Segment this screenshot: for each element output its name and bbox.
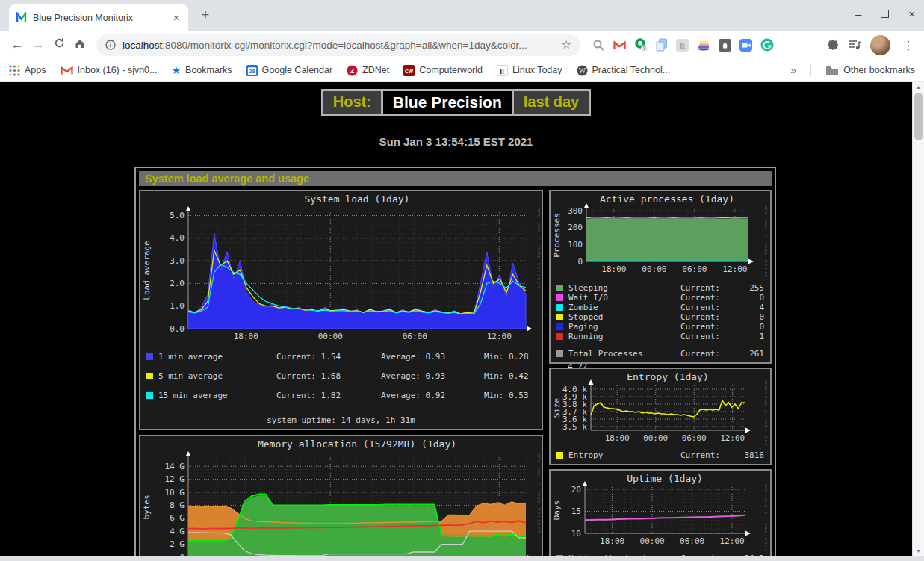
svg-text:W: W (578, 66, 586, 75)
svg-text:12:00: 12:00 (720, 536, 745, 546)
address-bar[interactable]: localhost:8080/monitorix-cgi/monitorix.c… (96, 34, 580, 56)
legend-swatch-icon (556, 555, 563, 556)
gmail-ext-icon[interactable] (613, 40, 626, 50)
zoom-ext-icon[interactable] (739, 39, 752, 52)
active-processes-legend: SleepingCurrent:255Wait I/OCurrent:0Zomb… (551, 282, 770, 359)
notes-ext-icon[interactable] (719, 39, 731, 52)
svg-text:06:00: 06:00 (682, 264, 707, 274)
scrollbar-thumb[interactable] (914, 93, 923, 140)
system_load-svg: 0.01.02.03.04.05.018:0000:0006:0012:00Sy… (142, 193, 540, 348)
svg-text:8 G: 8 G (170, 500, 185, 510)
bookmark-label: Bookmarks (185, 65, 232, 75)
linuxtoday-icon: lt (497, 65, 508, 76)
bookmark-computerworld[interactable]: CWComputerworld (403, 65, 483, 76)
svg-text:06:00: 06:00 (403, 332, 427, 341)
host-name-link[interactable]: Blue Precision (383, 91, 512, 114)
svg-text:18:00: 18:00 (601, 264, 626, 274)
svg-text:Processes: Processes (552, 213, 562, 258)
bookmark-label: Practical Technol... (592, 65, 671, 75)
forward-icon[interactable]: → (28, 37, 49, 52)
extensions-puzzle-icon[interactable] (827, 39, 839, 51)
svg-text:4 G: 4 G (170, 527, 185, 536)
bookmark-label: Inbox (16) - sjvn0... (78, 65, 158, 75)
close-button[interactable]: × (908, 7, 915, 20)
page-scrollbar[interactable]: ▲ ▼ (912, 82, 924, 556)
host-selector: Host: Blue Precision last day (321, 89, 591, 116)
legend-footer: system uptime: 14 days, 1h 31m (146, 415, 536, 425)
svg-text:Size: Size (552, 398, 562, 418)
svg-text:2 G: 2 G (170, 539, 185, 549)
legend-row: RunningCurrent:1 (556, 332, 764, 341)
legend-row: SleepingCurrent:255 (556, 283, 764, 293)
url-text[interactable]: localhost:8080/monitorix-cgi/monitorix.c… (123, 40, 555, 51)
bookmark-google-calendar[interactable]: 28Google Calendar (246, 65, 333, 76)
uptime-svg: 10152018:0000:0006:0012:00Uptime (1day)D… (552, 472, 767, 550)
gmail-icon (61, 66, 73, 75)
wordpress-icon: W (577, 65, 588, 76)
bookmark-apps[interactable]: Apps (9, 65, 46, 76)
copy-pages-ext-icon[interactable] (656, 38, 668, 52)
processes-svg: 010020030018:0000:0006:0012:00Active pro… (552, 193, 767, 279)
svg-text:RRDTOOL / TOBI OETIKER: RRDTOOL / TOBI OETIKER (763, 381, 767, 447)
bookmarks-overflow-chevron[interactable]: » (790, 64, 796, 76)
other-bookmarks-button[interactable]: Other bookmarks (825, 65, 915, 75)
bookmark-linux-today[interactable]: ltLinux Today (497, 65, 562, 76)
search-ext-icon[interactable] (592, 39, 605, 52)
profile-avatar[interactable] (870, 35, 890, 55)
uptime-graph[interactable]: 10152018:0000:0006:0012:00Uptime (1day)D… (552, 472, 769, 552)
svg-text:3.0: 3.0 (170, 256, 185, 266)
voice-ext-icon[interactable]: ? (634, 38, 648, 52)
entropy-graph[interactable]: 3.5 k3.6 k3.7 k3.8 k3.9 k4.0 k18:0000:00… (552, 371, 769, 449)
scroll-down-icon[interactable]: ▼ (913, 548, 924, 554)
svg-text:RRDTOOL / TOBI OETIKER: RRDTOOL / TOBI OETIKER (536, 208, 540, 288)
reload-icon[interactable] (49, 37, 69, 52)
svg-text:06:00: 06:00 (682, 433, 707, 443)
bookmark-bookmarks[interactable]: ★Bookmarks (172, 65, 232, 75)
menu-dots-icon[interactable]: ⋮ (899, 38, 917, 52)
bookmark-zdnet[interactable]: ZZDNet (347, 65, 389, 76)
monitorix-favicon-icon (16, 12, 27, 23)
apps-grid-icon (9, 65, 20, 76)
bookmark-label: Linux Today (512, 65, 562, 75)
system-load-panel: 0.01.02.03.04.05.018:0000:0006:0012:00Sy… (139, 190, 543, 430)
books-ext-icon[interactable] (697, 39, 710, 51)
bookmark-star-icon[interactable]: ☆ (562, 38, 571, 52)
media-queue-icon[interactable] (848, 39, 861, 51)
svg-text:RRDTOOL / TOBI OETIKER: RRDTOOL / TOBI OETIKER (763, 205, 767, 279)
browser-toolbar: ← → localhost:8080/monitorix-cgi/monitor… (0, 31, 924, 59)
svg-text:0.0: 0.0 (170, 324, 185, 334)
active-processes-graph[interactable]: 010020030018:0000:0006:0012:00Active pro… (552, 193, 769, 282)
system-load-graph[interactable]: 0.01.02.03.04.05.018:0000:0006:0012:00Sy… (142, 193, 540, 350)
svg-text:20: 20 (571, 485, 581, 495)
report-datetime: Sun Jan 3 13:54:15 EST 2021 (0, 135, 912, 148)
back-icon[interactable]: ← (7, 37, 28, 52)
url-host: localhost (123, 40, 162, 51)
memory-allocation-graph[interactable]: 02 G4 G6 G8 G10 G12 G14 G18:0000:0006:00… (142, 438, 540, 556)
svg-text:Uptime (1day): Uptime (1day) (627, 473, 703, 484)
system-load-legend: 1 min averageCurrent: 1.54Average: 0.93M… (140, 350, 542, 425)
tab-close-icon[interactable]: × (171, 12, 182, 24)
info-icon[interactable] (105, 40, 116, 50)
svg-text:100: 100 (568, 240, 583, 249)
minimize-button[interactable]: – (855, 7, 861, 20)
r-ext-icon[interactable]: R (676, 39, 689, 52)
bookmark-inbox-16-sjvn0[interactable]: Inbox (16) - sjvn0... (61, 65, 158, 75)
bookmark-practical-technol[interactable]: WPractical Technol... (577, 65, 671, 76)
grammarly-ext-icon[interactable] (760, 38, 774, 52)
svg-text:CW: CW (405, 68, 414, 73)
svg-text:bytes: bytes (142, 495, 152, 519)
graphs-container: System load average and usage 0.01.02.03… (134, 167, 776, 556)
svg-text:Active processes (1day): Active processes (1day) (600, 193, 734, 205)
monitorix-page: Host: Blue Precision last day Sun Jan 3 … (0, 82, 924, 556)
svg-text:200: 200 (568, 223, 583, 232)
svg-text:15: 15 (571, 506, 581, 516)
new-tab-button[interactable]: + (196, 7, 215, 23)
memory-svg: 02 G4 G6 G8 G10 G12 G14 G18:0000:0006:00… (142, 438, 540, 556)
svg-text:R: R (680, 41, 686, 49)
browser-tab[interactable]: Blue Precision Monitorix × (9, 4, 188, 31)
maximize-button[interactable] (881, 10, 889, 18)
home-icon[interactable] (69, 37, 90, 53)
time-range-label[interactable]: last day (514, 91, 589, 114)
scroll-up-icon[interactable]: ▲ (913, 84, 924, 90)
legend-swatch-icon (556, 323, 563, 330)
